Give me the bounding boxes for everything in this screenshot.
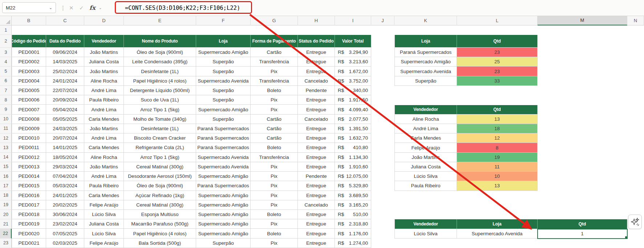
order-cell[interactable]: Pix: [251, 162, 298, 172]
order-cell[interactable]: Supermercado Amigão: [196, 105, 251, 114]
order-cell[interactable]: Biscoito Cream Cracker: [124, 133, 196, 143]
order-cell-valor[interactable]: R$2.077,50: [335, 115, 371, 124]
order-cell[interactable]: Cartão: [251, 124, 298, 133]
order-cell[interactable]: Leite Condensado (395g): [124, 57, 196, 67]
row-number-9[interactable]: 9: [0, 105, 12, 114]
order-cell[interactable]: PED0011: [12, 143, 46, 152]
quick-analysis-button[interactable]: [628, 215, 642, 229]
order-cell[interactable]: João Martins: [84, 162, 124, 172]
orders-header-6[interactable]: Status do Pedido: [298, 35, 335, 48]
order-cell[interactable]: Entregue: [298, 143, 335, 152]
order-cell[interactable]: 07/04/2024: [46, 172, 84, 181]
order-cell[interactable]: Entregue: [298, 239, 335, 248]
order-cell-valor[interactable]: R$3.689,50: [335, 191, 371, 200]
lookup-header-0[interactable]: Vendededor: [394, 219, 457, 229]
order-cell[interactable]: Entregue: [298, 57, 335, 67]
order-cell[interactable]: PED0006: [12, 95, 46, 105]
order-cell[interactable]: PED0007: [12, 105, 46, 114]
order-cell[interactable]: Pix: [251, 191, 298, 200]
row-number-6[interactable]: 6: [0, 76, 12, 86]
order-cell[interactable]: 29/03/2024: [46, 162, 84, 172]
order-cell-valor[interactable]: R$12.075,00: [335, 172, 371, 181]
order-cell[interactable]: Supermercado Avenida: [196, 76, 251, 86]
order-cell[interactable]: 05/04/2024: [46, 105, 84, 114]
order-cell[interactable]: Supermercado Avenida: [196, 153, 251, 162]
order-cell[interactable]: Pix: [251, 181, 298, 191]
order-cell[interactable]: Entregue: [298, 105, 335, 114]
column-header-L[interactable]: L: [457, 16, 538, 25]
order-cell[interactable]: 05/03/2024: [46, 181, 84, 191]
vendedor-summary-header-1[interactable]: Qtd: [457, 105, 538, 115]
order-cell[interactable]: Entregue: [298, 67, 335, 76]
order-cell[interactable]: Supermercado Avenida: [196, 162, 251, 172]
order-cell[interactable]: PED0002: [12, 57, 46, 67]
row-number-7[interactable]: 7: [0, 86, 12, 95]
order-cell[interactable]: Superpão: [196, 67, 251, 76]
order-cell[interactable]: 07/05/2025: [46, 229, 84, 238]
order-cell[interactable]: PED0009: [12, 124, 46, 133]
vendedor-name-cell[interactable]: Aline Rocha: [394, 115, 457, 124]
loja-summary-header-1[interactable]: Qtd: [457, 35, 538, 48]
row-number-3[interactable]: 3: [0, 48, 12, 57]
order-cell[interactable]: PED0005: [12, 86, 46, 95]
vendedor-qtd-cell[interactable]: 13: [457, 181, 538, 191]
order-cell[interactable]: 24/01/2025: [46, 191, 84, 200]
loja-qtd-cell[interactable]: 25: [457, 57, 538, 67]
vendedor-name-cell[interactable]: Paula Ribeiro: [394, 181, 457, 191]
order-cell[interactable]: Paraná Supermercados: [196, 143, 251, 152]
order-cell[interactable]: 18/05/2024: [46, 153, 84, 162]
loja-qtd-cell[interactable]: 23: [457, 67, 538, 76]
order-cell-valor[interactable]: R$340,00: [335, 86, 371, 95]
order-cell[interactable]: Lúcio Silva: [84, 229, 124, 238]
order-cell[interactable]: Açúcar Refinado (1kg): [124, 191, 196, 200]
order-cell-valor[interactable]: R$1.274,00: [335, 239, 371, 248]
order-cell[interactable]: Molho de Tomate (340g): [124, 115, 196, 124]
order-cell-valor[interactable]: R$3.752,00: [335, 76, 371, 86]
order-cell[interactable]: Detergente Líquido (500ml): [124, 86, 196, 95]
order-cell[interactable]: Paraná Supermercados: [196, 133, 251, 143]
cancel-icon[interactable]: ✕: [69, 0, 74, 16]
order-cell[interactable]: PED0014: [12, 172, 46, 181]
order-cell[interactable]: Entregue: [298, 210, 335, 219]
order-cell[interactable]: 20/09/2024: [46, 95, 84, 105]
order-cell[interactable]: Papel Higiênico (4 rolos): [124, 76, 196, 86]
orders-header-7[interactable]: Valor Total: [335, 35, 371, 48]
order-cell[interactable]: 14/01/2025: [46, 143, 84, 152]
order-cell[interactable]: João Martins: [84, 48, 124, 57]
order-cell[interactable]: 20/02/2025: [46, 200, 84, 210]
order-cell[interactable]: PED0001: [12, 48, 46, 57]
loja-name-cell[interactable]: Paraná Supermercados: [394, 48, 457, 57]
order-cell[interactable]: PED0019: [12, 219, 46, 229]
order-cell[interactable]: André Lima: [84, 105, 124, 114]
order-cell[interactable]: Cartão: [251, 133, 298, 143]
orders-header-5[interactable]: Forma de Pagamento: [251, 35, 298, 48]
order-cell[interactable]: Boleto: [251, 210, 298, 219]
order-cell[interactable]: João Martins: [84, 124, 124, 133]
order-cell[interactable]: Entregue: [298, 48, 335, 57]
order-cell[interactable]: Felipe Araújo: [84, 200, 124, 210]
loja-name-cell[interactable]: Supermercado Avenida: [394, 67, 457, 76]
order-cell[interactable]: Macarrão Parafuso (500g): [124, 219, 196, 229]
orders-header-3[interactable]: Nome do Produto: [124, 35, 196, 48]
order-cell[interactable]: Cancelado: [298, 76, 335, 86]
row-number-10[interactable]: 10: [0, 115, 12, 124]
order-cell[interactable]: Pendente: [298, 172, 335, 181]
order-cell[interactable]: Paula Ribeiro: [84, 95, 124, 105]
order-cell[interactable]: Pix: [251, 219, 298, 229]
column-header-M[interactable]: M: [538, 16, 627, 25]
order-cell[interactable]: Lúcio Silva: [84, 210, 124, 219]
column-header-I[interactable]: I: [335, 16, 371, 25]
order-cell[interactable]: Entregue: [298, 153, 335, 162]
row-number-21[interactable]: 21: [0, 219, 12, 229]
order-cell-valor[interactable]: R$5.329,80: [335, 181, 371, 191]
loja-qtd-cell[interactable]: 33: [457, 76, 538, 86]
order-cell[interactable]: Desinfetante (1L): [124, 67, 196, 76]
vendedor-name-cell[interactable]: Juliana Costa: [394, 162, 457, 172]
row-number-15[interactable]: 15: [0, 162, 12, 172]
order-cell[interactable]: Entregue: [298, 181, 335, 191]
order-cell[interactable]: Supermercado Amigão: [196, 229, 251, 238]
row-number-23[interactable]: 23: [0, 239, 12, 248]
more-options-icon[interactable]: ⋮: [60, 0, 66, 16]
order-cell[interactable]: Pendente: [298, 86, 335, 95]
row-number-17[interactable]: 17: [0, 181, 12, 191]
